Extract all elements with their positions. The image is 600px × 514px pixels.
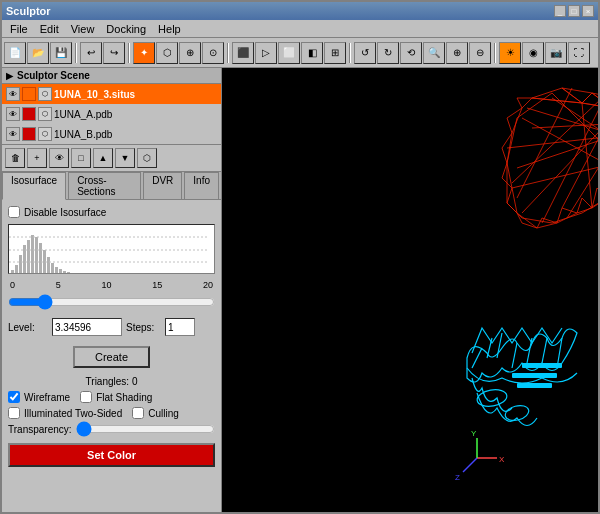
toolbar-sep3 [227, 43, 229, 63]
left-panel: ▶ Sculptor Scene 👁 ⬡ 1UNA_10_3.situs 👁 ⬡… [2, 68, 222, 512]
set-color-button[interactable]: Set Color [8, 443, 215, 467]
tab-dvr[interactable]: DVR [143, 172, 182, 199]
toolbar-rot3[interactable]: ⟲ [400, 42, 422, 64]
svg-rect-5 [31, 235, 34, 273]
scene-icon-color2 [22, 107, 36, 121]
toolbar-render[interactable]: ◉ [522, 42, 544, 64]
menu-docking[interactable]: Docking [100, 20, 152, 37]
toolbar-save[interactable]: 💾 [50, 42, 72, 64]
svg-rect-13 [63, 271, 66, 273]
steps-label: Steps: [126, 322, 161, 333]
toolbar-view5[interactable]: ⊞ [324, 42, 346, 64]
viewport[interactable]: X Y Z [222, 68, 598, 512]
toolbar-view1[interactable]: ⬛ [232, 42, 254, 64]
scene-move-btn[interactable]: ⬡ [137, 148, 157, 168]
toolbar-snap[interactable]: 📷 [545, 42, 567, 64]
minimize-button[interactable]: _ [554, 5, 566, 17]
wireframe-label: Wireframe [24, 392, 70, 403]
toolbar-zoom2[interactable]: ⊕ [446, 42, 468, 64]
scene-icon-eye3: 👁 [6, 127, 20, 141]
menu-view[interactable]: View [65, 20, 101, 37]
level-slider[interactable] [8, 296, 215, 308]
svg-rect-3 [23, 245, 26, 273]
toolbar-new[interactable]: 📄 [4, 42, 26, 64]
culling-label: Culling [148, 408, 179, 419]
toolbar-redo[interactable]: ↪ [103, 42, 125, 64]
checkboxes-row1: Wireframe Flat Shading [8, 391, 215, 403]
svg-text:X: X [499, 455, 505, 464]
transparency-label: Transparency: [8, 424, 72, 435]
menu-edit[interactable]: Edit [34, 20, 65, 37]
toolbar-view4[interactable]: ◧ [301, 42, 323, 64]
viewport-panel[interactable]: X Y Z [222, 68, 598, 512]
axis-labels: 0 5 10 15 20 [8, 280, 215, 290]
toolbar-rot1[interactable]: ↺ [354, 42, 376, 64]
toolbar-rot2[interactable]: ↻ [377, 42, 399, 64]
scene-add-btn[interactable]: + [27, 148, 47, 168]
histogram-svg [9, 225, 214, 273]
level-input[interactable] [52, 318, 122, 336]
menu-bar: File Edit View Docking Help [2, 20, 598, 38]
toolbar-zoom1[interactable]: 🔍 [423, 42, 445, 64]
scene-eye-btn[interactable]: 👁 [49, 148, 69, 168]
illuminated-checkbox[interactable] [8, 407, 20, 419]
scene-delete-btn[interactable]: 🗑 [5, 148, 25, 168]
toolbar-sep1 [75, 43, 77, 63]
toolbar-open[interactable]: 📂 [27, 42, 49, 64]
isosurface-tab-content: Disable Isosurface [2, 200, 221, 512]
svg-rect-10 [51, 263, 54, 273]
scene-icon-eye1: 👁 [6, 87, 20, 101]
toolbar-fit[interactable]: ⛶ [568, 42, 590, 64]
create-button[interactable]: Create [73, 346, 150, 368]
svg-rect-0 [11, 270, 14, 273]
toolbar-view3[interactable]: ⬜ [278, 42, 300, 64]
scene-label-3: 1UNA_B.pdb [54, 129, 112, 140]
scene-up-btn[interactable]: ▲ [93, 148, 113, 168]
scene-header: ▶ Sculptor Scene [2, 68, 221, 84]
toolbar-tool1[interactable]: ✦ [133, 42, 155, 64]
toolbar-light[interactable]: ☀ [499, 42, 521, 64]
flat-shading-checkbox[interactable] [80, 391, 92, 403]
scene-item-2[interactable]: 👁 ⬡ 1UNA_A.pdb [2, 104, 221, 124]
close-button[interactable]: × [582, 5, 594, 17]
menu-file[interactable]: File [4, 20, 34, 37]
axis-label-5: 5 [56, 280, 61, 290]
transparency-slider[interactable] [76, 423, 215, 435]
svg-rect-6 [35, 237, 38, 273]
svg-text:Y: Y [471, 429, 477, 438]
scene-select-btn[interactable]: □ [71, 148, 91, 168]
scene-item-1[interactable]: 👁 ⬡ 1UNA_10_3.situs [2, 84, 221, 104]
toolbar-tool4[interactable]: ⊙ [202, 42, 224, 64]
toolbar-sep2 [128, 43, 130, 63]
axis-label-15: 15 [152, 280, 162, 290]
scene-icon-type2: ⬡ [38, 107, 52, 121]
toolbar-tool3[interactable]: ⊕ [179, 42, 201, 64]
axis-label-0: 0 [10, 280, 15, 290]
culling-row: Culling [132, 407, 179, 419]
scene-down-btn[interactable]: ▼ [115, 148, 135, 168]
main-toolbar: 📄 📂 💾 ↩ ↪ ✦ ⬡ ⊕ ⊙ ⬛ ▷ ⬜ ◧ ⊞ ↺ ↻ ⟲ 🔍 ⊕ ⊖ … [2, 38, 598, 68]
level-slider-container [8, 294, 215, 312]
main-content: ▶ Sculptor Scene 👁 ⬡ 1UNA_10_3.situs 👁 ⬡… [2, 68, 598, 512]
checkboxes-row2: Illuminated Two-Sided Culling [8, 407, 215, 419]
tab-bar: Isosurface Cross-Sections DVR Info [2, 172, 221, 200]
toolbar-view2[interactable]: ▷ [255, 42, 277, 64]
toolbar-undo[interactable]: ↩ [80, 42, 102, 64]
wireframe-checkbox[interactable] [8, 391, 20, 403]
tab-info[interactable]: Info [184, 172, 219, 199]
tab-cross-sections[interactable]: Cross-Sections [68, 172, 141, 199]
svg-rect-77 [512, 373, 557, 378]
maximize-button[interactable]: □ [568, 5, 580, 17]
disable-isosurface-checkbox[interactable] [8, 206, 20, 218]
toolbar-tool2[interactable]: ⬡ [156, 42, 178, 64]
culling-checkbox[interactable] [132, 407, 144, 419]
menu-help[interactable]: Help [152, 20, 187, 37]
title-bar: Sculptor _ □ × [2, 2, 598, 20]
scene-item-3[interactable]: 👁 ⬡ 1UNA_B.pdb [2, 124, 221, 144]
scene-header-label: Sculptor Scene [17, 70, 90, 81]
tab-isosurface[interactable]: Isosurface [2, 172, 66, 200]
toolbar-zoom3[interactable]: ⊖ [469, 42, 491, 64]
scene-icon-type3: ⬡ [38, 127, 52, 141]
histogram [8, 224, 215, 274]
steps-input[interactable] [165, 318, 195, 336]
